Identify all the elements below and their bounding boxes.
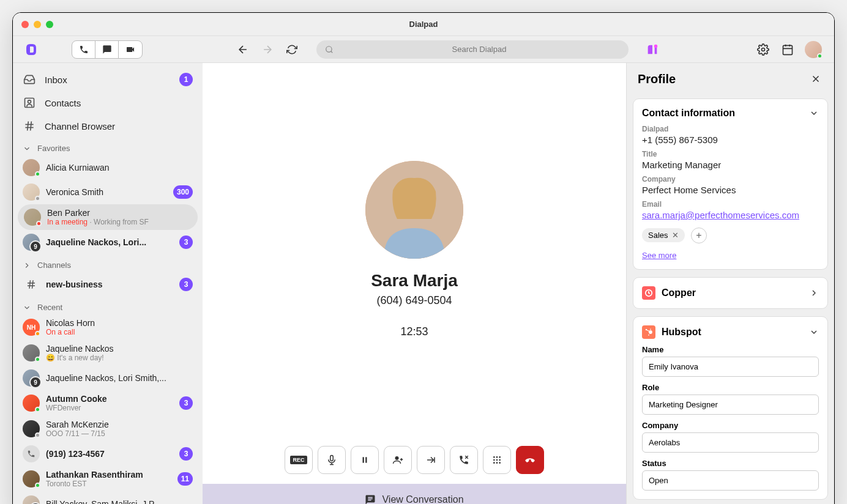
avatar: 24	[23, 495, 40, 504]
avatar	[23, 395, 40, 412]
calendar-button[interactable]	[780, 42, 795, 57]
avatar	[23, 470, 40, 487]
copper-integration-card[interactable]: Copper	[633, 277, 828, 309]
email-link[interactable]: sara.marja@perfecthomeservices.com	[642, 210, 819, 220]
remove-tag-button[interactable]: ✕	[672, 231, 679, 240]
svg-point-0	[326, 46, 332, 51]
record-button[interactable]: REC	[285, 446, 313, 474]
close-window-button[interactable]	[21, 21, 29, 28]
settings-button[interactable]	[756, 42, 771, 57]
svg-line-8	[28, 122, 29, 131]
svg-point-32	[648, 335, 649, 336]
dialpad-button[interactable]	[483, 446, 511, 474]
svg-point-18	[395, 456, 399, 460]
view-conversation-button[interactable]: View Conversation	[203, 484, 626, 504]
call-avatar	[365, 161, 463, 259]
contact-information-card: Contact information Dialpad +1 (555) 867…	[633, 98, 828, 270]
recent-contact-phone[interactable]: (919) 123-4567 3	[13, 442, 203, 466]
recent-contact[interactable]: Jaqueline Nackos😄 It's a new day!	[13, 340, 203, 366]
svg-rect-3	[783, 45, 793, 54]
main: Sara Marja (604) 649-0504 12:53 REC View…	[203, 63, 626, 504]
favorite-contact[interactable]: Veronica Smith 300	[13, 180, 203, 204]
hubspot-name-input[interactable]	[642, 357, 819, 377]
body: Inbox 1 Contacts Channel Browser Favorit…	[13, 63, 834, 504]
favorites-section-header[interactable]: Favorites	[13, 138, 203, 155]
avatar	[23, 420, 40, 437]
recent-contact[interactable]: Autumn CookeWFDenver 3	[13, 390, 203, 416]
close-profile-button[interactable]	[808, 72, 823, 86]
hubspot-company-input[interactable]	[642, 432, 819, 453]
recent-contact[interactable]: Lathankan RasenthiramToronto EST 11	[13, 466, 203, 492]
video-button[interactable]	[119, 41, 142, 58]
badge: 300	[173, 185, 193, 199]
avatar: 9	[23, 234, 40, 251]
call-options-button[interactable]	[450, 446, 478, 474]
call-button[interactable]	[72, 41, 95, 58]
hubspot-status-input[interactable]	[642, 470, 819, 491]
hubspot-role-input[interactable]	[642, 395, 819, 415]
forward-button[interactable]	[260, 42, 275, 57]
tag: Sales✕	[642, 228, 685, 242]
chevron-down-icon	[809, 108, 819, 118]
add-tag-button[interactable]: +	[691, 228, 707, 243]
hubspot-header[interactable]: Hubspot	[642, 325, 819, 339]
sidebar-item-inbox[interactable]: Inbox 1	[13, 68, 203, 91]
search-placeholder: Search Dialpad	[338, 45, 620, 54]
recent-contact[interactable]: NH Nicolas HornOn a call	[13, 314, 203, 340]
channels-section-header[interactable]: Channels	[13, 254, 203, 272]
recent-section-header[interactable]: Recent	[13, 297, 203, 314]
communication-buttons	[72, 40, 143, 59]
channel-item[interactable]: new-business 3	[13, 272, 203, 297]
right-toolbar-icons	[756, 41, 822, 58]
message-button[interactable]	[95, 41, 119, 58]
add-participant-button[interactable]	[384, 446, 412, 474]
svg-point-23	[496, 459, 498, 461]
badge: 3	[179, 278, 193, 291]
back-button[interactable]	[236, 42, 250, 57]
app-window: Dialpad Search Dialpad	[12, 12, 835, 504]
call-timer: 12:53	[400, 325, 428, 338]
end-call-button[interactable]	[516, 446, 544, 474]
svg-point-2	[762, 48, 765, 51]
hubspot-integration-card: Hubspot Name Role Company Status	[633, 316, 828, 500]
favorite-contact-group[interactable]: 9 Jaqueline Nackos, Lori... 3	[13, 230, 203, 254]
hash-icon	[23, 276, 40, 293]
sidebar-item-contacts[interactable]: Contacts	[13, 91, 203, 114]
svg-point-20	[496, 456, 498, 458]
hold-button[interactable]	[351, 446, 379, 474]
recent-contact-group[interactable]: 24 Bill Yackey, Sam Maliksi, J.P....	[13, 492, 203, 504]
svg-point-22	[493, 459, 495, 461]
svg-point-25	[493, 462, 495, 464]
search-input[interactable]: Search Dialpad	[316, 40, 629, 59]
status-dot	[817, 53, 823, 59]
copper-icon	[642, 286, 655, 300]
svg-point-31	[650, 328, 651, 330]
minimize-window-button[interactable]	[34, 21, 41, 28]
favorite-contact[interactable]: Alicia Kurniawan	[13, 155, 203, 180]
svg-point-27	[499, 462, 501, 464]
user-avatar[interactable]	[805, 41, 822, 58]
svg-line-13	[32, 280, 34, 289]
chevron-down-icon	[23, 303, 31, 312]
chevron-down-icon	[23, 144, 31, 153]
phone-number: +1 (555) 867-5309	[642, 135, 819, 145]
sidebar-item-channel-browser[interactable]: Channel Browser	[13, 114, 203, 138]
recent-contact-group[interactable]: 9 Jaqueline Nackos, Lori Smith,...	[13, 366, 203, 390]
svg-point-21	[499, 456, 501, 458]
ai-icon[interactable]	[646, 43, 659, 56]
avatar	[23, 344, 40, 361]
mute-button[interactable]	[318, 446, 346, 474]
window-title: Dialpad	[409, 20, 438, 29]
search-icon	[325, 45, 334, 54]
reload-button[interactable]	[285, 42, 299, 57]
card-header[interactable]: Contact information	[642, 108, 819, 119]
avatar	[23, 183, 40, 201]
chevron-right-icon	[809, 288, 819, 298]
maximize-window-button[interactable]	[46, 21, 53, 28]
favorite-contact-selected[interactable]: Ben Parker In a meeting · Working from S…	[18, 204, 198, 230]
recent-contact[interactable]: Sarah McKenzieOOO 7/11 — 7/15	[13, 416, 203, 442]
see-more-link[interactable]: See more	[642, 251, 676, 260]
profile-title: Profile	[638, 72, 676, 86]
transfer-button[interactable]	[417, 446, 445, 474]
inbox-icon	[23, 73, 36, 86]
